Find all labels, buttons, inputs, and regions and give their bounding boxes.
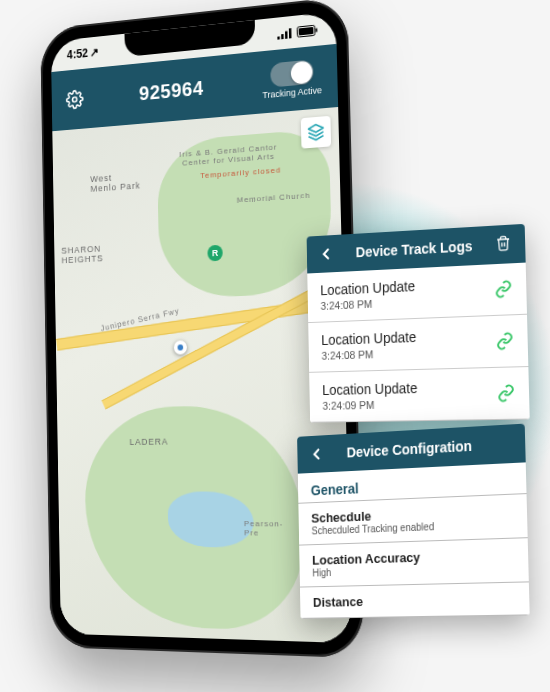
svg-rect-2	[285, 31, 288, 39]
config-row[interactable]: Location Accuracy High	[299, 538, 529, 587]
signal-icon	[277, 27, 293, 40]
map-label: SHARON HEIGHTS	[61, 244, 103, 266]
log-title: Location Update	[320, 278, 415, 298]
svg-rect-0	[277, 36, 279, 39]
battery-icon	[297, 24, 319, 37]
svg-marker-8	[308, 124, 323, 133]
tracking-toggle[interactable]	[270, 59, 313, 87]
svg-rect-3	[289, 28, 292, 38]
svg-point-7	[72, 97, 77, 102]
svg-rect-6	[316, 28, 318, 32]
delete-icon[interactable]	[495, 235, 513, 254]
log-row[interactable]: Location Update 3:24:08 PM	[308, 315, 528, 373]
svg-rect-5	[299, 26, 314, 35]
config-label: Distance	[313, 591, 516, 610]
back-icon[interactable]	[318, 245, 335, 263]
map-label: West Menlo Park	[90, 171, 140, 194]
track-logs-card: Device Track Logs Location Update 3:24:0…	[307, 224, 530, 423]
config-row[interactable]: Distance	[300, 582, 530, 618]
log-row[interactable]: Location Update 3:24:08 PM	[307, 263, 527, 323]
gear-icon[interactable]	[66, 89, 84, 110]
link-icon	[496, 332, 514, 351]
card-title: Device Track Logs	[334, 237, 496, 262]
log-title: Location Update	[321, 329, 416, 348]
map-layers-button[interactable]	[301, 116, 331, 149]
log-row[interactable]: Location Update 3:24:09 PM	[309, 367, 530, 423]
card-title: Device Configration	[324, 436, 495, 461]
config-card: Device Configration General Schecdule Sc…	[297, 424, 530, 619]
device-id: 925964	[139, 76, 204, 104]
map-label: LADERA	[129, 437, 168, 447]
svg-rect-1	[281, 33, 284, 38]
config-row[interactable]: Schecdule Schecduled Tracking enabled	[298, 494, 527, 546]
log-time: 3:24:08 PM	[321, 347, 416, 362]
map-poi-label: Pearson- Pre	[244, 519, 284, 538]
log-title: Location Update	[322, 380, 417, 398]
log-time: 3:24:09 PM	[322, 398, 417, 412]
log-time: 3:24:08 PM	[320, 296, 415, 312]
status-time: 4:52	[67, 46, 88, 62]
link-icon	[494, 280, 512, 299]
tracking-toggle-label: Tracking Active	[262, 85, 321, 100]
link-icon	[497, 384, 515, 403]
status-right	[277, 24, 318, 39]
back-icon[interactable]	[308, 445, 325, 463]
spacer	[495, 434, 513, 453]
